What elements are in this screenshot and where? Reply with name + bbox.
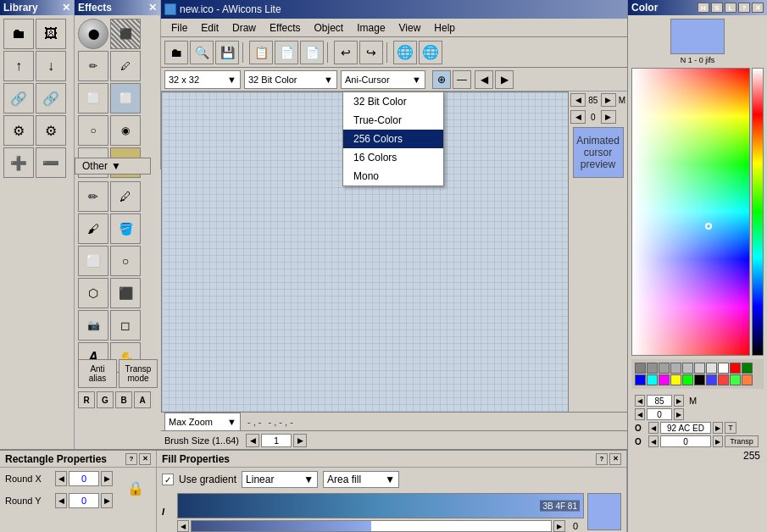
round-x-value[interactable]: 0 [69, 471, 99, 486]
swatch[interactable] [694, 363, 705, 374]
menu-draw[interactable]: Draw [225, 20, 263, 36]
other-button[interactable]: Other ▼ [75, 158, 151, 175]
swatch[interactable] [635, 374, 646, 385]
effect-pen[interactable]: 🖊 [110, 51, 141, 81]
swatch[interactable] [635, 363, 646, 374]
lib-btn-6[interactable]: 🔗 [36, 83, 66, 114]
swatch[interactable] [647, 363, 658, 374]
tool-hex[interactable]: ⬡ [78, 278, 108, 308]
gradient-slider[interactable] [191, 520, 552, 532]
use-gradient-checkbox[interactable]: ✓ [162, 474, 174, 485]
brush-value[interactable]: 1 [261, 434, 292, 447]
slider1-dec[interactable]: ◀ [635, 395, 645, 407]
effect-pencil[interactable]: ✏ [78, 51, 108, 81]
effect-circle2[interactable]: ○ [78, 115, 108, 146]
swatch[interactable] [742, 363, 753, 374]
transp-mode-btn[interactable]: Transpmode [119, 359, 158, 388]
rect-props-close[interactable]: ✕ [139, 453, 151, 465]
slider-prev[interactable]: ◀ [177, 520, 189, 532]
lib-btn-3[interactable]: ↑ [3, 51, 34, 81]
depth-32bit[interactable]: 32 Bit Color [343, 92, 443, 111]
effect-fill-circle[interactable]: ◉ [110, 115, 141, 146]
gradient-type-select[interactable]: Linear ▼ [242, 471, 318, 488]
swatch[interactable] [659, 363, 670, 374]
toolbar-open[interactable]: 🖿 [164, 41, 188, 64]
g-btn[interactable]: G [97, 391, 114, 408]
swatch[interactable] [670, 374, 681, 385]
nav-remove[interactable]: — [453, 70, 471, 89]
swatch[interactable] [730, 374, 741, 385]
round-y-inc[interactable]: ▶ [101, 493, 113, 508]
color-s-btn[interactable]: S [711, 3, 723, 13]
menu-image[interactable]: Image [350, 20, 392, 36]
swatch[interactable] [670, 363, 681, 374]
swatch[interactable] [682, 374, 693, 385]
swatch[interactable] [730, 363, 741, 374]
fill-props-close[interactable]: ✕ [609, 453, 621, 465]
toolbar-redo[interactable]: ↪ [359, 41, 383, 64]
o-dec[interactable]: ◀ [648, 435, 659, 447]
color-strip[interactable] [752, 68, 764, 356]
tool-circle[interactable]: ○ [110, 246, 141, 276]
slider1-inc[interactable]: ▶ [674, 395, 684, 407]
anim-prev2-btn[interactable]: ◀ [570, 110, 586, 124]
anim-next-btn[interactable]: ▶ [601, 93, 616, 107]
slider2-dec[interactable]: ◀ [635, 408, 645, 420]
lib-btn-8[interactable]: ⚙ [36, 115, 66, 146]
hex-inc[interactable]: ▶ [713, 422, 723, 434]
menu-help[interactable]: Help [427, 20, 462, 36]
tool-pen[interactable]: 🖊 [110, 181, 141, 212]
swatch[interactable] [718, 363, 729, 374]
nav-add[interactable]: ⊕ [432, 70, 451, 89]
r-btn[interactable]: R [78, 391, 95, 408]
round-x-inc[interactable]: ▶ [101, 471, 113, 486]
frame-prev[interactable]: ◀ [475, 70, 493, 89]
menu-effects[interactable]: Effects [263, 20, 307, 36]
area-fill-select[interactable]: Area fill ▼ [323, 471, 399, 488]
toolbar-paste[interactable]: 📄 [275, 41, 298, 64]
depth-16[interactable]: 16 Colors [343, 148, 443, 167]
menu-file[interactable]: File [164, 20, 194, 36]
frame-next[interactable]: ▶ [495, 70, 514, 89]
color-close-btn[interactable]: ✕ [752, 3, 764, 13]
color-spectrum[interactable] [631, 68, 750, 356]
round-y-dec[interactable]: ◀ [55, 493, 67, 508]
swatch[interactable] [659, 374, 670, 385]
swatch[interactable] [706, 363, 717, 374]
tool-select[interactable]: ⬛ [110, 278, 141, 308]
depth-256[interactable]: 256 Colors [343, 130, 443, 148]
o-val[interactable]: 0 [660, 435, 711, 447]
toolbar-undo[interactable]: ↩ [334, 41, 358, 64]
transp-label-btn[interactable]: Transp [725, 435, 759, 447]
swatch[interactable] [718, 374, 729, 385]
lib-btn-4[interactable]: ↓ [36, 51, 66, 81]
effect-pattern[interactable]: ⬛ [110, 19, 141, 49]
toolbar-new[interactable]: 📄 [300, 41, 324, 64]
lib-btn-9[interactable]: ➕ [3, 147, 34, 178]
color-depth-dropdown[interactable]: 32 Bit Color ▼ [244, 70, 337, 89]
color-l-btn[interactable]: L [725, 3, 736, 13]
menu-view[interactable]: View [392, 20, 428, 36]
slider1-val[interactable]: 85 [647, 395, 672, 407]
menu-edit[interactable]: Edit [194, 20, 225, 36]
effect-rect[interactable]: ⬜ [78, 83, 108, 114]
anim-next2-btn[interactable]: ▶ [601, 110, 616, 124]
effect-rect2[interactable]: ⬜ [110, 83, 141, 114]
lib-btn-7[interactable]: ⚙ [3, 115, 34, 146]
slider-next[interactable]: ▶ [553, 520, 565, 532]
library-close-btn[interactable]: ✕ [62, 2, 70, 14]
toolbar-web2[interactable]: 🌐 [419, 41, 442, 64]
color-h-btn[interactable]: H [698, 3, 709, 13]
swatch[interactable] [742, 374, 753, 385]
b-btn[interactable]: B [115, 391, 132, 408]
depth-mono[interactable]: Mono [343, 167, 443, 186]
menu-object[interactable]: Object [308, 20, 351, 36]
lib-btn-1[interactable]: 🖿 [3, 19, 34, 49]
effects-close-btn[interactable]: ✕ [148, 2, 157, 14]
toolbar-web1[interactable]: 🌐 [393, 41, 417, 64]
a-btn[interactable]: A [134, 391, 151, 408]
slider2-inc[interactable]: ▶ [674, 408, 684, 420]
rect-props-help[interactable]: ? [125, 453, 137, 465]
anim-prev-btn[interactable]: ◀ [570, 93, 586, 107]
zoom-dropdown[interactable]: Max Zoom ▼ [164, 413, 241, 431]
